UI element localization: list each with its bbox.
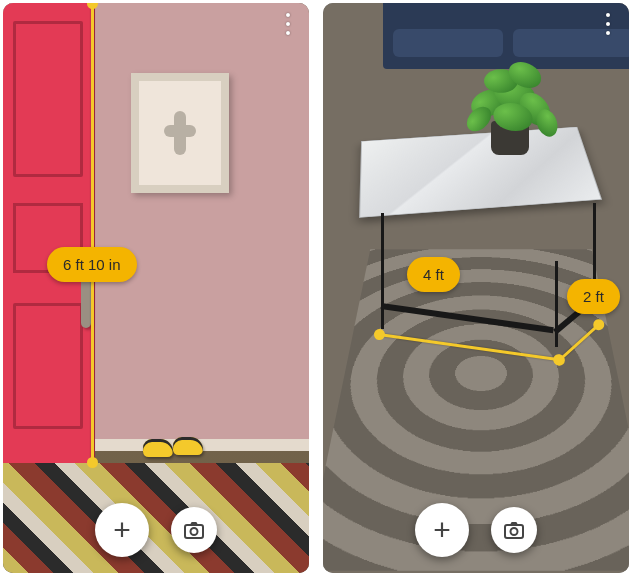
scene-plant xyxy=(453,41,563,151)
svg-rect-0 xyxy=(185,525,203,538)
ar-measure-screen-left: 6 ft 10 in + xyxy=(3,3,309,573)
plus-icon: + xyxy=(113,515,131,545)
plus-icon: + xyxy=(433,515,451,545)
bottom-toolbar: + xyxy=(3,503,309,557)
scene-door xyxy=(3,3,95,463)
add-measurement-button[interactable]: + xyxy=(95,503,149,557)
svg-rect-2 xyxy=(505,525,523,538)
camera-viewport: 6 ft 10 in xyxy=(3,3,309,573)
overflow-menu-button[interactable] xyxy=(599,13,617,35)
measurement-label[interactable]: 6 ft 10 in xyxy=(47,247,137,282)
camera-icon xyxy=(182,518,206,542)
measurement-line[interactable] xyxy=(91,3,94,463)
measurement-label[interactable]: 2 ft xyxy=(567,279,620,314)
scene-cactus-art xyxy=(160,103,200,163)
overflow-menu-button[interactable] xyxy=(279,13,297,35)
scene-picture-frame xyxy=(131,73,229,193)
capture-button[interactable] xyxy=(491,507,537,553)
add-measurement-button[interactable]: + xyxy=(415,503,469,557)
camera-viewport: 4 ft 2 ft xyxy=(323,3,629,573)
capture-button[interactable] xyxy=(171,507,217,553)
scene-shoes xyxy=(143,435,205,463)
bottom-toolbar: + xyxy=(323,503,629,557)
ar-measure-screen-right: 4 ft 2 ft + xyxy=(323,3,629,573)
scene-table-leg xyxy=(381,213,384,329)
measurement-label[interactable]: 4 ft xyxy=(407,257,460,292)
camera-icon xyxy=(502,518,526,542)
svg-point-3 xyxy=(511,528,518,535)
svg-point-1 xyxy=(191,528,198,535)
scene-table-leg xyxy=(593,203,596,285)
